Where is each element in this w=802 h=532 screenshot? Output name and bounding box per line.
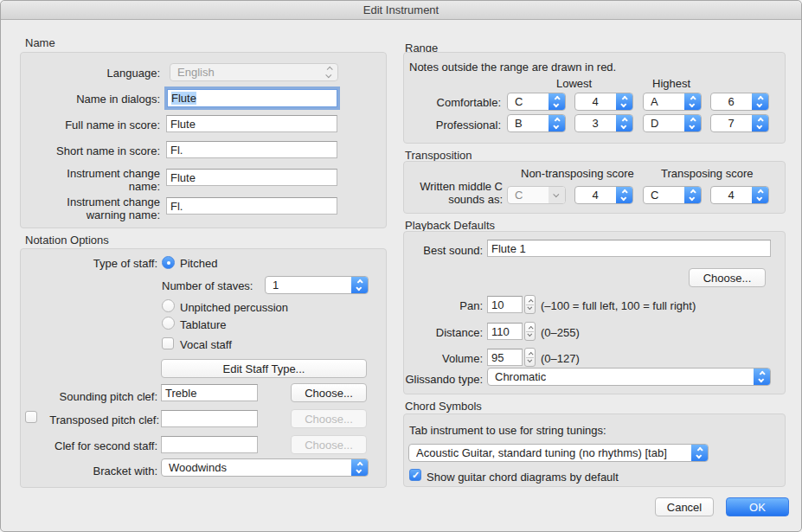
chord-section-title: Chord Symbols [405,400,482,413]
updown-stepper-icon [754,369,770,385]
transposing-octave-stepper[interactable]: 4 [710,186,769,204]
full-name-label: Full name in score: [53,119,160,131]
lowest-header: Lowest [556,77,592,90]
tablature-label[interactable]: Tablature [180,318,226,331]
comfortable-lowest-octave-stepper[interactable]: 4 [574,93,633,111]
playback-section-title: Playback Defaults [405,219,495,232]
name-in-dialogs-label: Name in dialogs: [53,93,160,106]
comfortable-lowest-note-stepper[interactable]: C [507,93,566,111]
pan-hint: (–100 = full left, 100 = full right) [541,299,696,312]
glissando-type-select[interactable]: Chromatic [487,368,771,386]
tab-instrument-select[interactable]: Acoustic Guitar, standard tuning (no rhy… [408,444,709,462]
instrument-change-warning-field[interactable]: Fl. [166,197,337,215]
professional-label: Professional: [425,119,501,131]
distance-hint: (0–255) [541,326,580,339]
pan-value: 10 [491,298,504,311]
title-bar: Edit Instrument [1,1,801,20]
edit-staff-type-label: Edit Staff Type... [223,362,305,375]
professional-highest-octave-stepper[interactable]: 7 [710,114,769,132]
vocal-staff-checkbox[interactable] [162,337,174,349]
tab-instrument-value: Acoustic Guitar, standard tuning (no rhy… [416,446,667,459]
updown-stepper-icon [549,115,565,131]
value: 4 [592,95,598,108]
language-value: English [177,66,215,79]
window-title: Edit Instrument [363,3,439,16]
unpitched-percussion-radio[interactable] [162,299,175,312]
instrument-change-name-value: Flute [170,171,196,184]
sounding-clef-label: Sounding pitch clef: [27,390,157,403]
name-in-dialogs-field[interactable]: Flute [167,89,337,107]
show-chord-diagrams-checkbox[interactable] [409,469,421,481]
updown-stepper-icon [351,459,368,476]
tablature-radio[interactable] [162,317,175,330]
sounding-clef-choose-button[interactable]: Choose... [291,383,367,402]
cancel-button[interactable]: Cancel [655,497,714,516]
cancel-label: Cancel [667,501,702,514]
show-chord-diagrams-label[interactable]: Show guitar chord diagrams by default [427,471,619,484]
written-middle-c-label: Written middle C sounds as: [407,180,503,206]
volume-label: Volume: [431,352,483,365]
best-sound-field[interactable]: Flute 1 [487,240,771,257]
instrument-change-name-label: Instrument change name: [63,167,160,193]
professional-lowest-note-stepper[interactable]: B [507,114,566,132]
best-sound-label: Best sound: [405,244,483,257]
value: C [651,189,658,202]
transposing-header: Transposing score [661,167,753,180]
short-name-value: Fl. [170,144,183,157]
bracket-with-select[interactable]: Woodwinds [161,458,369,477]
highest-header: Highest [652,77,690,90]
updown-stepper-icon [616,187,632,203]
pitched-radio-label[interactable]: Pitched [180,257,217,270]
professional-lowest-octave-stepper[interactable]: 3 [574,114,633,132]
short-name-field[interactable]: Fl. [166,141,337,158]
transposed-clef-label[interactable]: Transposed pitch clef: [41,413,159,426]
comfortable-highest-octave-stepper[interactable]: 6 [710,93,769,111]
volume-value: 95 [491,351,504,364]
sounding-clef-field[interactable]: Treble [161,384,258,401]
instrument-change-name-field[interactable]: Flute [166,169,337,186]
updown-stepper-icon [752,187,768,203]
range-note: Notes outside the range are drawn in red… [409,61,616,74]
updown-stepper-icon [616,93,632,110]
non-transposing-octave-stepper[interactable]: 4 [574,186,633,204]
updown-stepper-icon [549,93,565,110]
pitched-radio[interactable] [162,256,175,269]
volume-field[interactable]: 95 [487,349,523,366]
language-select: English [170,63,338,81]
transposing-note-stepper[interactable]: C [643,186,702,204]
transposed-clef-checkbox[interactable] [25,411,37,423]
value: B [515,117,523,130]
unpitched-percussion-label[interactable]: Unpitched percussion [180,301,288,314]
full-name-field[interactable]: Flute [166,115,337,132]
value: 7 [728,117,734,130]
pan-stepper[interactable] [524,295,536,314]
pan-label: Pan: [431,299,483,312]
professional-highest-note-stepper[interactable]: D [643,114,702,132]
choose-label: Choose... [305,439,353,452]
updown-stepper-icon [684,187,701,203]
edit-staff-type-button[interactable]: Edit Staff Type... [161,359,367,378]
vocal-staff-label[interactable]: Vocal staff [180,338,232,351]
second-staff-clef-field[interactable] [161,436,258,453]
bracket-with-label: Bracket with: [27,465,157,478]
distance-value: 110 [491,325,510,338]
transposed-clef-field[interactable] [161,410,258,427]
distance-label: Distance: [431,326,483,339]
value: 4 [592,189,598,202]
best-sound-choose-button[interactable]: Choose... [689,268,766,287]
tab-instrument-label: Tab instrument to use for string tunings… [409,424,606,437]
ok-label: OK [749,501,766,514]
value: C [515,189,523,202]
pan-field[interactable]: 10 [487,296,523,313]
updown-stepper-icon [752,115,768,131]
best-sound-value: Flute 1 [491,242,526,255]
distance-stepper[interactable] [524,322,536,341]
comfortable-highest-note-stepper[interactable]: A [643,93,702,111]
glissando-type-label: Glissando type: [399,373,483,386]
edit-instrument-dialog: Edit Instrument Name Language: English N… [0,0,802,532]
ok-button[interactable]: OK [726,497,789,516]
number-of-staves-select[interactable]: 1 [265,276,369,294]
volume-hint: (0–127) [541,352,580,365]
distance-field[interactable]: 110 [487,323,523,340]
volume-stepper[interactable] [524,348,536,367]
